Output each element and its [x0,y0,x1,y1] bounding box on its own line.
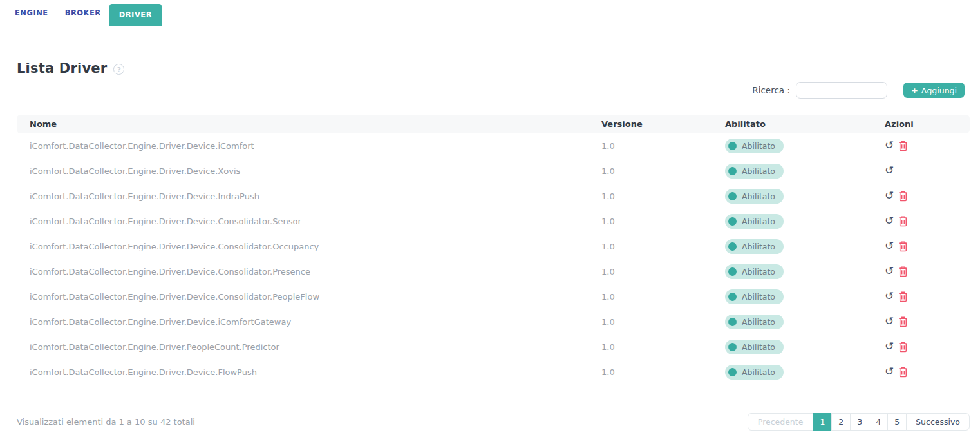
tab-broker[interactable]: BROKER [57,0,109,26]
status-label: Abilitato [742,217,775,226]
status-dot-icon [728,192,737,200]
table-row: iComfort.DataCollector.Engine.Driver.Peo… [17,335,970,360]
restore-icon[interactable]: ↺ [885,266,894,277]
status-label: Abilitato [742,367,775,377]
add-button[interactable]: + Aggiungi [903,83,965,98]
pagination-next[interactable]: Successivo [906,413,970,431]
driver-version: 1.0 [589,209,712,234]
tab-driver[interactable]: DRIVER [109,4,162,26]
status-badge: Abilitato [725,365,784,380]
delete-icon[interactable] [898,342,908,353]
status-badge: Abilitato [725,214,784,229]
status-dot-icon [728,167,737,175]
driver-name: iComfort.DataCollector.Engine.Driver.Dev… [17,234,589,259]
status-label: Abilitato [742,141,775,151]
delete-icon[interactable] [898,216,908,227]
pagination-page-2[interactable]: 2 [831,413,851,431]
pagination-info: Visualizzati elementi da 1 a 10 su 42 to… [17,417,195,427]
table-row: iComfort.DataCollector.Engine.Driver.Dev… [17,209,970,234]
table-row: iComfort.DataCollector.Engine.Driver.Dev… [17,133,970,159]
column-header-nome[interactable]: Nome [17,115,589,133]
restore-icon[interactable]: ↺ [885,215,894,226]
table-row: iComfort.DataCollector.Engine.Driver.Dev… [17,184,970,209]
status-label: Abilitato [742,342,775,352]
pagination-page-4[interactable]: 4 [869,413,888,431]
status-dot-icon [728,318,737,326]
column-header-azioni[interactable]: Azioni [872,115,970,133]
restore-icon[interactable]: ↺ [885,190,894,201]
table-row: iComfort.DataCollector.Engine.Driver.Dev… [17,159,970,184]
page-title: Lista Driver [17,61,107,76]
status-badge: Abilitato [725,264,784,279]
status-label: Abilitato [742,166,775,176]
status-badge: Abilitato [725,189,784,204]
driver-version: 1.0 [589,234,712,259]
status-label: Abilitato [742,242,775,251]
table-header-row: Nome Versione Abilitato Azioni [17,115,970,133]
delete-icon[interactable] [898,141,908,151]
pagination-page-5[interactable]: 5 [887,413,907,431]
pagination-previous[interactable]: Precedente [748,413,814,431]
restore-icon[interactable]: ↺ [885,140,894,151]
pagination-page-3[interactable]: 3 [850,413,869,431]
delete-icon[interactable] [898,291,908,302]
status-badge: Abilitato [725,289,784,304]
status-dot-icon [728,242,737,251]
table-row: iComfort.DataCollector.Engine.Driver.Dev… [17,234,970,259]
column-header-versione[interactable]: Versione [589,115,712,133]
restore-icon[interactable]: ↺ [885,366,894,377]
status-badge: Abilitato [725,164,784,179]
search-label: Ricerca : [752,85,790,95]
restore-icon[interactable]: ↺ [885,165,894,176]
status-label: Abilitato [742,317,775,327]
driver-name: iComfort.DataCollector.Engine.Driver.Dev… [17,284,589,309]
driver-version: 1.0 [589,284,712,309]
status-dot-icon [728,293,737,301]
driver-version: 1.0 [589,335,712,360]
status-badge: Abilitato [725,239,784,254]
status-badge: Abilitato [725,139,784,153]
pagination-page-1[interactable]: 1 [813,413,832,431]
delete-icon[interactable] [898,241,908,252]
restore-icon[interactable]: ↺ [885,316,894,327]
driver-version: 1.0 [589,259,712,284]
column-header-abilitato[interactable]: Abilitato [712,115,872,133]
help-icon[interactable]: ? [113,64,124,75]
restore-icon[interactable]: ↺ [885,341,894,352]
restore-icon[interactable]: ↺ [885,291,894,302]
delete-icon[interactable] [898,367,908,378]
driver-name: iComfort.DataCollector.Engine.Driver.Dev… [17,209,589,234]
status-dot-icon [728,343,737,351]
table-row: iComfort.DataCollector.Engine.Driver.Dev… [17,259,970,284]
table-row: iComfort.DataCollector.Engine.Driver.Dev… [17,309,970,335]
driver-version: 1.0 [589,133,712,159]
delete-icon[interactable] [898,316,908,327]
status-label: Abilitato [742,292,775,302]
delete-icon[interactable] [898,266,908,277]
search-input[interactable] [796,82,887,99]
table-row: iComfort.DataCollector.Engine.Driver.Dev… [17,360,970,385]
plus-icon: + [911,86,918,95]
status-label: Abilitato [742,267,775,277]
driver-name: iComfort.DataCollector.Engine.Driver.Dev… [17,360,589,385]
driver-version: 1.0 [589,360,712,385]
add-button-label: Aggiungi [921,86,957,95]
table-row: iComfort.DataCollector.Engine.Driver.Dev… [17,284,970,309]
driver-name: iComfort.DataCollector.Engine.Driver.Dev… [17,184,589,209]
driver-name: iComfort.DataCollector.Engine.Driver.Peo… [17,335,589,360]
status-dot-icon [728,142,737,150]
restore-icon[interactable]: ↺ [885,240,894,251]
driver-version: 1.0 [589,184,712,209]
driver-table: Nome Versione Abilitato Azioni iComfort.… [17,115,970,385]
status-badge: Abilitato [725,315,784,329]
main-content: Lista Driver ? Ricerca : + Aggiungi Nome… [0,61,980,431]
tab-engine[interactable]: ENGINE [6,0,57,26]
status-label: Abilitato [742,191,775,201]
driver-version: 1.0 [589,159,712,184]
delete-icon[interactable] [898,191,908,202]
status-dot-icon [728,217,737,226]
status-badge: Abilitato [725,340,784,354]
driver-version: 1.0 [589,309,712,335]
status-dot-icon [728,267,737,276]
status-dot-icon [728,368,737,376]
